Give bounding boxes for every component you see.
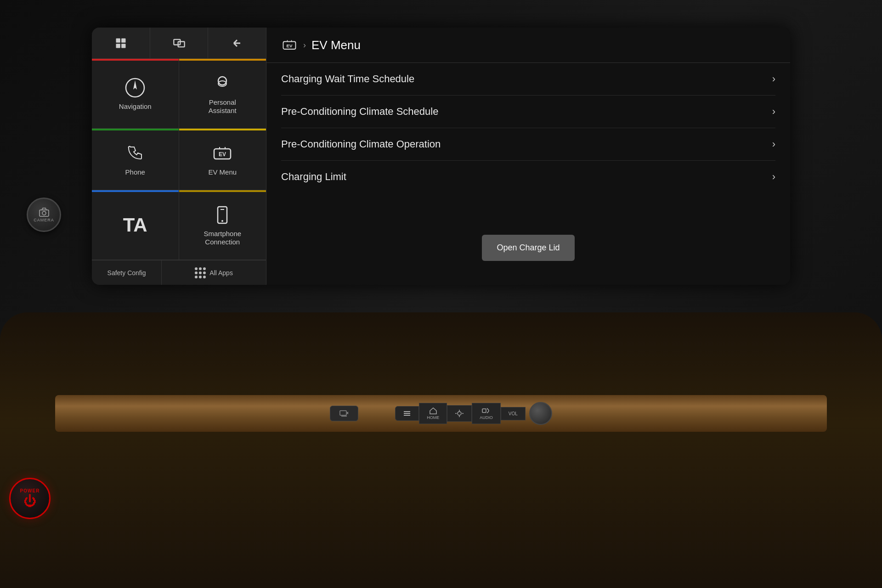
home-label: HOME (427, 415, 439, 420)
personal-assistant-accent (179, 59, 266, 61)
ev-header-icon: EV (281, 37, 298, 53)
ev-menu-label: EV Menu (208, 168, 237, 176)
climate-icon (455, 409, 464, 418)
ta-app-button[interactable]: TA (92, 190, 179, 260)
audio-icon (481, 407, 491, 414)
back-button[interactable] (208, 28, 266, 58)
charging-limit-label: Charging Limit (281, 171, 346, 183)
svg-rect-19 (340, 411, 346, 415)
audio-label: AUDIO (480, 415, 493, 420)
pre-cond-operation-chevron: › (772, 138, 775, 150)
power-icon: ⏻ (23, 493, 36, 509)
menu-button[interactable] (395, 406, 419, 421)
svg-rect-5 (178, 41, 184, 47)
physical-buttons-row: HOME AUDIO VOL (129, 402, 753, 425)
smartphone-accent (179, 190, 266, 192)
charging-limit-chevron: › (772, 171, 775, 183)
svg-rect-0 (116, 38, 120, 42)
svg-rect-1 (121, 38, 125, 42)
navigation-icon (124, 77, 146, 99)
pre-cond-operation-item[interactable]: Pre-Conditioning Climate Operation › (281, 128, 775, 161)
back-icon (231, 37, 243, 50)
ta-icon: TA (123, 214, 147, 236)
home-button[interactable]: HOME (419, 403, 447, 424)
power-label: POWER (20, 488, 40, 493)
all-apps-label: All Apps (209, 269, 233, 277)
multiwindow-icon (173, 37, 186, 50)
svg-rect-2 (116, 44, 120, 48)
breadcrumb-chevron: › (303, 40, 306, 50)
charging-limit-item[interactable]: Charging Limit › (281, 161, 775, 193)
audio-button[interactable]: AUDIO (472, 403, 501, 424)
camera-icon (39, 208, 50, 217)
menu-icon (403, 410, 411, 417)
smartphone-app-button[interactable]: SmartphoneConnection (179, 190, 266, 260)
open-charge-lid-button[interactable]: Open Charge Lid (482, 235, 574, 261)
car-interior: Navigation PersonalAssistant (0, 0, 882, 588)
ev-menu-panel: EV › EV Menu Charging Wait Time Schedule… (266, 28, 790, 285)
charging-wait-time-label: Charging Wait Time Schedule (281, 73, 414, 85)
svg-point-18 (42, 211, 46, 215)
ev-menu-app-button[interactable]: EV EV Menu (179, 129, 266, 190)
svg-marker-7 (133, 80, 137, 90)
left-panel: Navigation PersonalAssistant (92, 28, 266, 285)
phone-app-button[interactable]: Phone (92, 129, 179, 190)
ep-button[interactable] (330, 406, 358, 421)
charge-lid-section: Open Charge Lid (266, 221, 790, 285)
personal-assistant-icon (211, 73, 233, 95)
pre-cond-schedule-label: Pre-Conditioning Climate Schedule (281, 106, 438, 118)
multiwindow-button[interactable] (150, 28, 209, 58)
ev-menu-icon: EV (211, 142, 233, 164)
ev-menu-title: EV Menu (311, 38, 361, 52)
home-grid-icon (114, 37, 127, 50)
ev-menu-accent (179, 129, 266, 130)
svg-point-24 (458, 412, 461, 415)
phone-icon (124, 142, 146, 164)
vol-label: VOL (509, 411, 518, 416)
pre-cond-schedule-item[interactable]: Pre-Conditioning Climate Schedule › (281, 96, 775, 128)
charging-wait-time-item[interactable]: Charging Wait Time Schedule › (281, 63, 775, 96)
phone-accent (92, 129, 179, 130)
pre-cond-schedule-chevron: › (772, 106, 775, 118)
dashboard (0, 312, 882, 588)
ta-accent (92, 190, 179, 192)
svg-rect-17 (40, 210, 49, 216)
infotainment-screen: Navigation PersonalAssistant (92, 28, 790, 285)
climate-button[interactable] (447, 405, 472, 422)
svg-rect-4 (174, 39, 180, 45)
svg-rect-3 (121, 44, 125, 48)
navigation-label: Navigation (119, 102, 152, 111)
ev-menu-list: Charging Wait Time Schedule › Pre-Condit… (266, 63, 790, 221)
ep-icon (339, 410, 349, 417)
personal-assistant-app-button[interactable]: PersonalAssistant (179, 59, 266, 129)
all-apps-icon (195, 267, 206, 278)
svg-point-13 (221, 220, 223, 222)
safety-config-button[interactable]: Safety Config (92, 260, 162, 285)
home-grid-button[interactable] (92, 28, 150, 58)
camera-button[interactable]: CAMERA (27, 198, 61, 232)
personal-assistant-label: PersonalAssistant (209, 98, 237, 115)
svg-text:EV: EV (286, 43, 293, 48)
safety-config-label: Safety Config (107, 269, 146, 277)
smartphone-label: SmartphoneConnection (204, 230, 241, 246)
power-button[interactable]: POWER ⏻ (9, 478, 51, 519)
right-button-group: HOME AUDIO VOL (395, 402, 552, 425)
all-apps-button[interactable]: All Apps (162, 260, 266, 285)
smartphone-icon (211, 204, 233, 226)
phone-label: Phone (125, 168, 145, 176)
home-icon (429, 407, 437, 414)
vol-label-btn[interactable]: VOL (501, 407, 526, 420)
svg-rect-29 (482, 409, 486, 413)
camera-label: CAMERA (34, 218, 54, 222)
bottom-bar: Safety Config All Apps (92, 260, 266, 285)
ev-menu-header: EV › EV Menu (266, 28, 790, 63)
app-grid: Navigation PersonalAssistant (92, 59, 266, 260)
svg-text:EV: EV (219, 151, 226, 158)
pre-cond-operation-label: Pre-Conditioning Climate Operation (281, 138, 441, 150)
screen-bezel: Navigation PersonalAssistant (92, 28, 790, 285)
volume-knob[interactable] (529, 402, 552, 425)
top-bar (92, 28, 266, 59)
charging-wait-time-chevron: › (772, 73, 775, 85)
navigation-app-button[interactable]: Navigation (92, 59, 179, 129)
navigation-accent (92, 59, 179, 61)
